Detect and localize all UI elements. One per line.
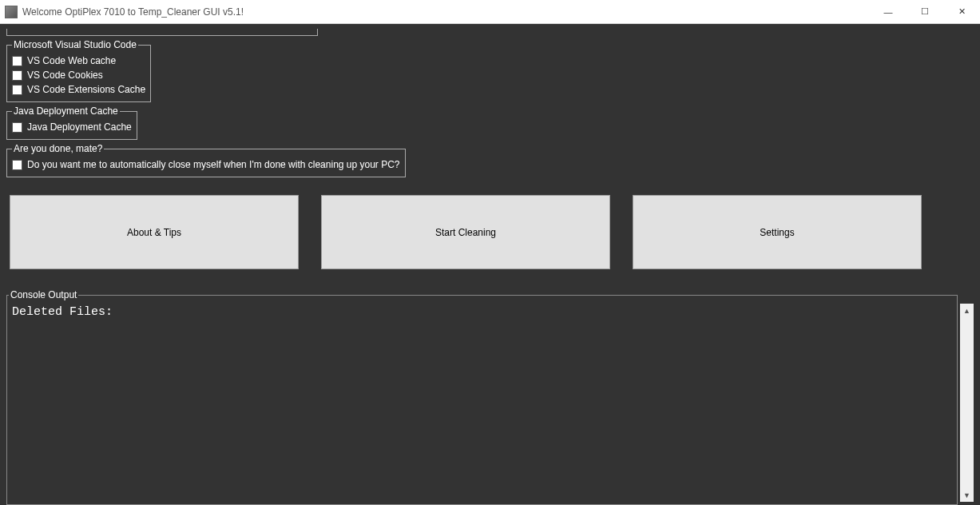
checkbox-vscode-webcache[interactable]: VS Code Web cache	[12, 54, 145, 68]
checkbox-icon	[12, 70, 22, 81]
settings-button[interactable]: Settings	[633, 195, 922, 269]
app-icon	[5, 6, 18, 18]
checkbox-java-deployment[interactable]: Java Deployment Cache	[12, 120, 132, 134]
checkbox-icon	[12, 56, 22, 66]
group-java: Java Deployment Cache Java Deployment Ca…	[6, 105, 137, 140]
checkbox-vscode-cookies[interactable]: VS Code Cookies	[12, 68, 145, 82]
app-body: Microsoft Visual Studio Code VS Code Web…	[0, 24, 980, 505]
about-tips-button[interactable]: About & Tips	[10, 195, 299, 269]
start-cleaning-button[interactable]: Start Cleaning	[321, 195, 610, 269]
button-row: About & Tips Start Cleaning Settings	[6, 195, 974, 269]
titlebar: Welcome OptiPlex 7010 to Temp_Cleaner GU…	[0, 0, 980, 24]
minimize-button[interactable]: —	[870, 0, 907, 23]
group-vscode: Microsoft Visual Studio Code VS Code Web…	[6, 39, 151, 102]
window-title: Welcome OptiPlex 7010 to Temp_Cleaner GU…	[22, 6, 870, 18]
scroll-track[interactable]	[960, 317, 974, 488]
scroll-up-icon[interactable]: ▲	[960, 304, 974, 317]
checkbox-label: VS Code Extensions Cache	[27, 84, 145, 95]
checkbox-icon	[12, 85, 22, 95]
partial-previous-group	[6, 29, 318, 36]
group-done-legend: Are you done, mate?	[12, 143, 104, 154]
scroll-down-icon[interactable]: ▼	[960, 488, 974, 502]
group-console: Console Output Deleted Files:	[6, 289, 958, 505]
window-controls: — ☐ ✕	[870, 0, 980, 23]
close-button[interactable]: ✕	[943, 0, 980, 23]
maximize-button[interactable]: ☐	[907, 0, 943, 23]
checkbox-label: VS Code Web cache	[27, 55, 116, 66]
checkbox-vscode-extcache[interactable]: VS Code Extensions Cache	[12, 82, 145, 97]
checkbox-icon	[12, 160, 22, 170]
checkbox-label: Java Deployment Cache	[27, 121, 132, 133]
checkbox-label: VS Code Cookies	[27, 70, 103, 81]
checkbox-icon	[12, 122, 22, 133]
console-output[interactable]: Deleted Files:	[9, 304, 955, 504]
console-scrollbar[interactable]: ▲ ▼	[960, 304, 974, 502]
checkbox-autoclose[interactable]: Do you want me to automatically close my…	[12, 157, 400, 172]
checkbox-label: Do you want me to automatically close my…	[27, 159, 400, 170]
group-done: Are you done, mate? Do you want me to au…	[6, 143, 406, 177]
group-java-legend: Java Deployment Cache	[12, 105, 120, 117]
group-vscode-legend: Microsoft Visual Studio Code	[12, 39, 138, 50]
group-console-legend: Console Output	[9, 289, 78, 300]
